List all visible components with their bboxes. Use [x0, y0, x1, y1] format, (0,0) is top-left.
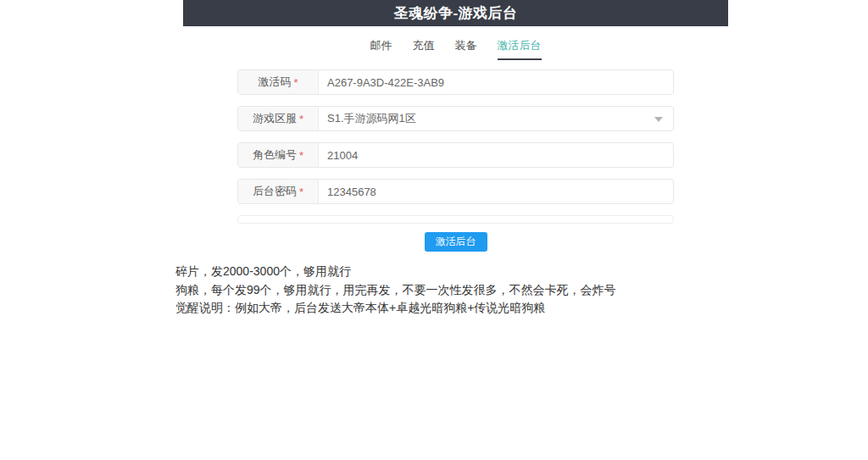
- tab-activate-backend[interactable]: 激活后台: [498, 39, 542, 60]
- activation-code-label: 激活码 *: [238, 70, 319, 94]
- backend-password-input[interactable]: [319, 180, 673, 203]
- field-label-text: 激活码: [258, 75, 291, 90]
- tab-mail[interactable]: 邮件: [370, 39, 392, 60]
- main-panel: 邮件 充值 装备 激活后台 激活码 * 游戏区服 *: [183, 26, 728, 252]
- empty-form-row: [237, 215, 674, 224]
- game-server-select-value: S1.手游源码网1区: [319, 111, 416, 126]
- backend-password-label: 后台密码 *: [238, 180, 319, 203]
- page-title: 圣魂纷争-游戏后台: [393, 3, 517, 23]
- field-label-text: 游戏区服: [253, 111, 297, 126]
- required-asterisk: *: [299, 186, 303, 198]
- tab-equipment[interactable]: 装备: [455, 39, 477, 60]
- required-asterisk: *: [299, 113, 303, 125]
- tab-recharge[interactable]: 充值: [413, 39, 435, 60]
- character-id-cell: [319, 143, 673, 167]
- character-id-label: 角色编号 *: [238, 143, 319, 167]
- required-asterisk: *: [293, 76, 298, 89]
- submit-row: 激活后台: [183, 232, 728, 252]
- activation-code-input[interactable]: [319, 71, 673, 94]
- form-row-game-server: 游戏区服 * S1.手游源码网1区: [237, 106, 674, 131]
- backend-password-cell: [319, 180, 673, 203]
- character-id-input[interactable]: [319, 144, 673, 167]
- required-asterisk: *: [299, 149, 303, 162]
- form-row-backend-password: 后台密码 *: [237, 179, 674, 204]
- tab-bar: 邮件 充值 装备 激活后台: [183, 26, 728, 60]
- chevron-down-icon: [654, 117, 663, 122]
- field-label-text: 角色编号: [253, 147, 297, 163]
- note-line-pet-food: 狗粮，每个发99个，够用就行，用完再发，不要一次性发很多，不然会卡死，会炸号: [175, 281, 616, 300]
- form-row-character-id: 角色编号 *: [237, 142, 674, 168]
- field-label-text: 后台密码: [253, 184, 297, 199]
- form-row-activation-code: 激活码 *: [237, 69, 674, 95]
- page: 圣魂纷争-游戏后台 邮件 充值 装备 激活后台 激活码 * 游戏区服: [0, 0, 868, 460]
- game-server-select[interactable]: S1.手游源码网1区: [319, 107, 673, 130]
- app-header: 圣魂纷争-游戏后台: [183, 0, 728, 26]
- note-line-fragments: 碎片，发2000-3000个，够用就行: [175, 263, 616, 281]
- game-server-label: 游戏区服 *: [238, 107, 319, 130]
- note-line-awakening: 觉醒说明：例如大帝，后台发送大帝本体+卓越光暗狗粮+传说光暗狗粮: [175, 299, 616, 318]
- activation-form: 激活码 * 游戏区服 * S1.手游源码网1区 角色: [183, 69, 728, 252]
- activate-backend-button[interactable]: 激活后台: [425, 232, 487, 252]
- instructions: 碎片，发2000-3000个，够用就行 狗粮，每个发99个，够用就行，用完再发，…: [175, 263, 616, 318]
- activation-code-cell: [319, 70, 673, 94]
